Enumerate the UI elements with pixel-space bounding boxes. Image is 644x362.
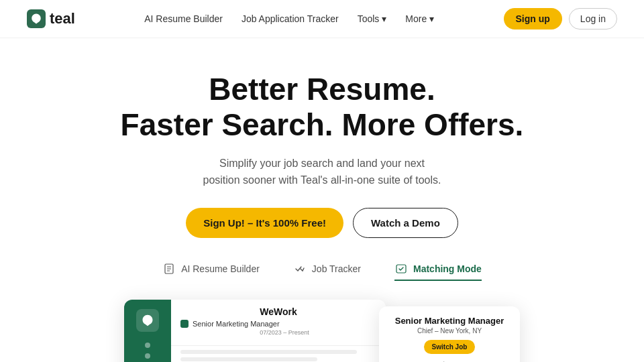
right-preview-card: Senior Marketing Manager Chief – New Yor…	[379, 306, 520, 362]
preview-area: WeWork Senior Marketing Manager 07/2023 …	[27, 300, 617, 362]
feature-tabs: AI Resume Builder Job Tracker Matching M…	[27, 262, 617, 281]
sidebar-dot-1	[145, 343, 150, 348]
sidebar-dot-2	[145, 353, 150, 359]
left-preview-card: WeWork Senior Marketing Manager 07/2023 …	[124, 300, 386, 362]
signup-button[interactable]: Sign up	[504, 8, 562, 29]
content-lines	[171, 346, 386, 362]
nav-links: AI Resume Builder Job Application Tracke…	[144, 13, 434, 24]
nav-actions: Sign up Log in	[504, 8, 617, 29]
nav-job-tracker[interactable]: Job Application Tracker	[241, 13, 339, 24]
hero-subtitle: Simplify your job search and land your n…	[27, 155, 617, 189]
job-title: Senior Marketing Manager	[193, 320, 280, 328]
nav-resume-builder[interactable]: AI Resume Builder	[144, 13, 223, 24]
login-button[interactable]: Log in	[569, 8, 617, 29]
company-name: WeWork	[180, 306, 376, 317]
match-icon	[394, 262, 408, 276]
hero-buttons: Sign Up! – It's 100% Free! Watch a Demo	[27, 208, 617, 238]
tab-resume-builder[interactable]: AI Resume Builder	[162, 262, 260, 281]
cta-button[interactable]: Sign Up! – It's 100% Free!	[186, 208, 343, 238]
resume-icon	[162, 262, 176, 276]
logo-icon	[27, 9, 46, 28]
card-sidebar	[124, 300, 171, 362]
job-item: Senior Marketing Manager	[180, 320, 376, 328]
content-line-2	[180, 357, 317, 361]
hero-title: Better Resume. Faster Search. More Offer…	[27, 72, 617, 143]
tab-job-tracker[interactable]: Job Tracker	[293, 262, 361, 281]
sidebar-logo	[136, 309, 159, 332]
right-subtitle: Chief – New York, NY	[388, 327, 511, 335]
job-date: 07/2023 – Present	[193, 329, 376, 336]
logo[interactable]: teal	[27, 9, 75, 28]
svg-rect-4	[396, 265, 406, 273]
chevron-down-icon: ▾	[382, 13, 386, 24]
nav-tools[interactable]: Tools ▾	[358, 13, 387, 24]
right-job-title: Senior Marketing Manager	[388, 316, 511, 326]
job-check-icon	[180, 320, 189, 328]
nav-more[interactable]: More ▾	[405, 13, 434, 24]
logo-text: teal	[50, 10, 75, 27]
content-line-1	[180, 350, 357, 354]
demo-button[interactable]: Watch a Demo	[353, 208, 458, 238]
tracker-icon	[293, 262, 307, 276]
switch-job-button[interactable]: Switch Job	[424, 340, 476, 354]
card-header: WeWork Senior Marketing Manager 07/2023 …	[171, 300, 386, 346]
preview-wrapper: WeWork Senior Marketing Manager 07/2023 …	[124, 300, 520, 362]
navigation: teal AI Resume Builder Job Application T…	[0, 0, 644, 38]
hero-section: Better Resume. Faster Search. More Offer…	[0, 38, 644, 362]
card-main: WeWork Senior Marketing Manager 07/2023 …	[171, 300, 386, 362]
tab-matching-mode[interactable]: Matching Mode	[394, 262, 482, 281]
chevron-down-icon: ▾	[429, 13, 434, 24]
